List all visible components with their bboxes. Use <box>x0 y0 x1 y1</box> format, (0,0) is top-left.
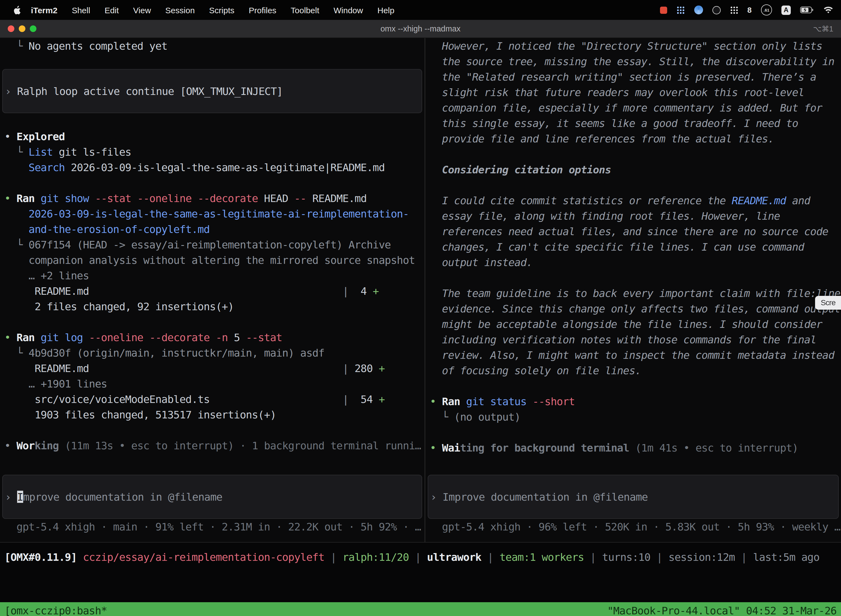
menu-item-edit[interactable]: Edit <box>97 5 126 15</box>
menu-item-view[interactable]: View <box>126 5 158 15</box>
prompt-input-left[interactable]: › Improve documentation in @filename <box>2 475 422 519</box>
terminal-line: evidence. Since this change only affects… <box>425 301 841 316</box>
terminal-line: … +1901 lines <box>0 376 424 392</box>
terminal-line: this single essay, it seems like a good … <box>425 115 841 131</box>
pane-right-input-line: › Improve documentation in @filename <box>428 489 838 505</box>
apple-menu[interactable] <box>13 5 22 15</box>
terminal-line: the "Related research writing" section i… <box>425 69 841 84</box>
pane-left-input-line: › Improve documentation in @filename <box>3 489 422 505</box>
terminal-line: … +2 lines <box>0 268 424 283</box>
minimize-button[interactable] <box>19 25 25 32</box>
terminal-line <box>425 270 841 285</box>
terminal-line <box>425 424 841 440</box>
terminal-line: references need actual files, and since … <box>425 224 841 239</box>
terminal-line <box>0 54 424 69</box>
traffic-lights <box>0 25 37 32</box>
window-title-bar[interactable]: omx --xhigh --madmax ⌥⌘1 <box>0 20 841 38</box>
terminal-line: • Ran git status --short <box>425 393 841 409</box>
screen-tooltip: Scre <box>815 296 841 309</box>
terminal-line <box>425 378 841 393</box>
tmux-session-label: [omx-cczip0:bash* <box>4 604 107 616</box>
grid-icon[interactable] <box>677 6 685 14</box>
battery-icon[interactable] <box>800 7 814 13</box>
terminal-line: changes, I can't cite specific file line… <box>425 239 841 254</box>
terminal-line: However, I noticed the "Directory Struct… <box>425 38 841 54</box>
menu-item-scripts[interactable]: Scripts <box>202 5 242 15</box>
terminal-line: └ 4b9d30f (origin/main, instructkr/main,… <box>0 345 424 361</box>
terminal-line <box>0 113 424 129</box>
key-8-icon[interactable]: 8 <box>747 6 752 14</box>
pane-right-status: gpt-5.4 xhigh · 96% left · 520K in · 5.8… <box>425 519 841 534</box>
terminal-line: └ 067f154 (HEAD -> essay/ai-reimplementa… <box>0 237 424 252</box>
terminal-line: 2026-03-09-is-legal-the-same-as-legitima… <box>0 206 424 221</box>
terminal-line: output instead. <box>425 254 841 270</box>
terminal-line: › Ralph loop active continue [OMX_TMUX_I… <box>3 84 422 99</box>
window-title: omx --xhigh --madmax <box>0 24 841 33</box>
screen: iTerm2 Shell Edit View Session Scripts P… <box>0 0 841 616</box>
gauge-badge[interactable]: .61 <box>761 4 772 15</box>
terminal-line: • Working (11m 13s • esc to interrupt) ·… <box>0 438 424 453</box>
terminal-line: might be acceptable alongside the file l… <box>425 316 841 332</box>
terminal-line: provide file and line references from th… <box>425 131 841 146</box>
compass-icon[interactable] <box>694 6 703 14</box>
close-button[interactable] <box>8 25 14 32</box>
pane-right[interactable]: However, I noticed the "Directory Struct… <box>425 38 841 542</box>
terminal-line: src/voice/voiceModeEnabled.ts | 54 + <box>0 392 424 407</box>
menu-item-shell[interactable]: Shell <box>64 5 97 15</box>
tmux-host-clock: "MacBook-Pro-44.local" 04:52 31-Mar-26 <box>607 604 837 616</box>
terminal-line: Search 2026-03-09-is-legal-the-same-as-l… <box>0 160 424 175</box>
menu-item-session[interactable]: Session <box>158 5 202 15</box>
menu-item-profiles[interactable]: Profiles <box>242 5 284 15</box>
terminal-line <box>425 146 841 162</box>
wifi-icon[interactable] <box>823 6 833 13</box>
terminal-line: the source tree, missing the essay. Stil… <box>425 54 841 69</box>
apple-icon <box>13 5 22 15</box>
terminal-line: └ List git ls-files <box>0 144 424 160</box>
terminal-line: slight risk that future readers may over… <box>425 84 841 100</box>
pane-left[interactable]: └ No agents completed yet › Ralph loop a… <box>0 38 425 542</box>
terminal-line: of focusing solely on file lines. <box>425 363 841 378</box>
record-circle-icon[interactable] <box>712 6 721 14</box>
terminal-line <box>0 175 424 191</box>
terminal-line: • Waiting for background terminal (1m 41… <box>425 440 841 455</box>
terminal-line: README.md | 4 + <box>0 283 424 299</box>
terminal-line: 1903 files changed, 513517 insertions(+) <box>0 407 424 422</box>
terminal-line: and-the-erosion-of-copyleft.md <box>0 221 424 237</box>
terminal-line: including verification notes with those … <box>425 332 841 347</box>
terminal-line: I could cite commit statistics or refere… <box>425 193 841 208</box>
zoom-button[interactable] <box>30 25 37 32</box>
terminal-line: • Ran git log --oneline --decorate -n 5 … <box>0 330 424 345</box>
terminal-line: 2 files changed, 92 insertions(+) <box>0 299 424 314</box>
pane-right-lines: However, I noticed the "Directory Struct… <box>425 38 841 475</box>
terminal-area: └ No agents completed yet › Ralph loop a… <box>0 38 841 543</box>
terminal-line: • Explored <box>0 129 424 144</box>
terminal-line <box>0 314 424 330</box>
menu-item-toolbelt[interactable]: Toolbelt <box>284 5 327 15</box>
terminal-line: • Ran git show --stat --oneline --decora… <box>0 191 424 206</box>
omx-status-bar: [OMX#0.11.9] cczip/essay/ai-reimplementa… <box>0 543 841 602</box>
terminal-line <box>0 422 424 438</box>
command-inject-banner: › Ralph loop active continue [OMX_TMUX_I… <box>2 69 422 113</box>
terminal-line: companion analysis without altering the … <box>0 252 424 268</box>
pane-left-status: gpt-5.4 xhigh · main · 91% left · 2.31M … <box>0 519 424 534</box>
menu-bar: iTerm2 Shell Edit View Session Scripts P… <box>0 0 841 20</box>
dots-grid-icon[interactable] <box>730 6 738 14</box>
terminal-line: The team guideline is to back every impo… <box>425 285 841 301</box>
menu-status-icons: 8 .61 A <box>660 4 833 15</box>
screen-recording-icon[interactable] <box>660 6 667 13</box>
input-source-badge[interactable]: A <box>781 5 791 15</box>
terminal-line: review. Also, I might want to inspect th… <box>425 347 841 363</box>
omx-status-line: [OMX#0.11.9] cczip/essay/ai-reimplementa… <box>0 549 841 565</box>
terminal-line: README.md | 280 + <box>0 361 424 376</box>
menu-item-window[interactable]: Window <box>327 5 370 15</box>
menu-item-help[interactable]: Help <box>370 5 402 15</box>
terminal-line: Considering citation options <box>425 162 841 177</box>
terminal-line <box>425 177 841 193</box>
terminal-line: └ No agents completed yet <box>0 38 424 54</box>
window-shortcut-hint: ⌥⌘1 <box>813 24 841 33</box>
menu-item-iterm2[interactable]: iTerm2 <box>24 5 64 15</box>
terminal-line: essay file, along with finding root file… <box>425 208 841 224</box>
tmux-status-bar: [omx-cczip0:bash* "MacBook-Pro-44.local"… <box>0 602 841 616</box>
prompt-input-right[interactable]: › Improve documentation in @filename <box>428 475 839 519</box>
terminal-line: companion file, especially if more comme… <box>425 100 841 115</box>
